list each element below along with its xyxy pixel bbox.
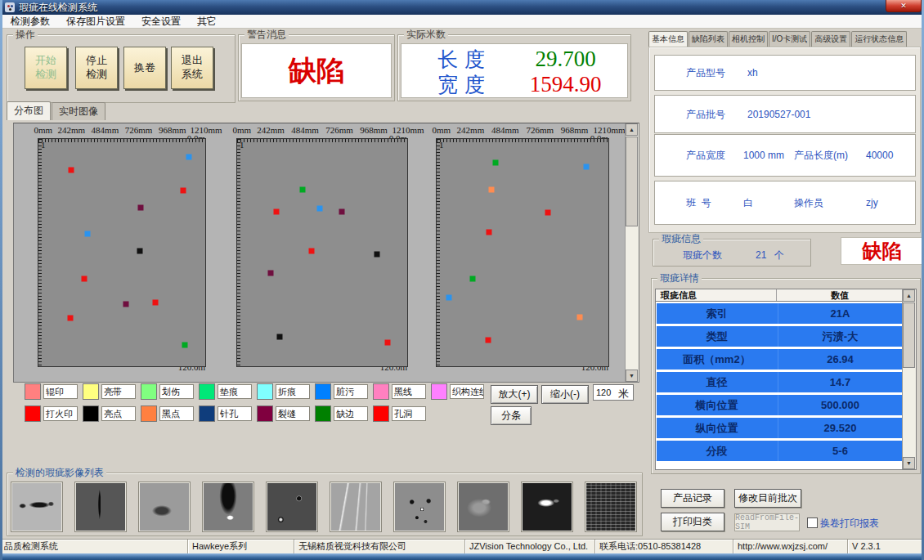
roll-print-checkbox[interactable] (807, 517, 818, 528)
defect-image-8[interactable] (457, 482, 509, 532)
title-bar[interactable]: 瑕疵在线检测系统 ✕ (0, 0, 924, 15)
detail-row-value: 5-6 (778, 441, 902, 461)
defect-point-orange[interactable] (489, 187, 495, 193)
legend-label-黑线: 黑线 (392, 384, 426, 399)
detail-header-value: 数值 (777, 289, 903, 301)
defect-image-9[interactable] (521, 482, 573, 532)
right-tab-2[interactable]: 缺陷列表 (689, 31, 728, 47)
scroll-down-icon[interactable]: ▼ (903, 457, 915, 469)
right-tab-3[interactable]: 相机控制 (729, 31, 768, 47)
defect-image-6[interactable] (330, 482, 382, 532)
detail-row-7[interactable]: 分段5-6 (657, 441, 902, 461)
op-button-3[interactable]: 换卷 (123, 47, 166, 89)
scroll-down-icon[interactable]: ▼ (626, 370, 638, 382)
op-button-2[interactable]: 停止 检测 (75, 47, 118, 89)
op-button-4[interactable]: 退出 系统 (171, 47, 213, 89)
zoom-in-button[interactable]: 放大(+) (491, 385, 538, 404)
legend-swatch-辊印 (25, 383, 41, 400)
defect-point-blue[interactable] (446, 295, 451, 301)
defect-image-7[interactable] (393, 482, 446, 532)
status-cell-5: 联系电话:0510-85381428 (595, 540, 733, 554)
menu-item-4[interactable]: 其它 (189, 15, 225, 29)
legend-label-孔洞: 孔洞 (392, 406, 426, 421)
defect-point-red[interactable] (69, 168, 74, 173)
detail-row-3[interactable]: 面积（mm2）26.94 (657, 349, 902, 370)
close-button[interactable]: ✕ (886, 0, 922, 12)
detail-row-6[interactable]: 纵向位置29.520 (657, 418, 902, 438)
defect-point-red[interactable] (180, 188, 186, 194)
status-cell-3: 无锡精质视觉科技有限公司 (294, 540, 465, 554)
defect-point-green[interactable] (182, 343, 187, 348)
defect-point-blue[interactable] (186, 154, 192, 159)
view-tab-2[interactable]: 实时图像 (52, 102, 105, 120)
detail-table-scrollbar[interactable]: ▲▼ (902, 289, 916, 469)
plot-scrollbar[interactable]: ▲▼ (625, 123, 639, 382)
x-axis-tick-label: 0mm (34, 125, 52, 135)
defect-point-red[interactable] (545, 209, 550, 215)
defect-point-green[interactable] (300, 187, 306, 193)
taskbar[interactable] (0, 553, 924, 560)
split-button[interactable]: 分条 (491, 406, 532, 425)
detail-row-2[interactable]: 类型污渍-大 (657, 326, 902, 347)
print-classify-button[interactable]: 打印归类 (661, 513, 724, 531)
plot-canvas-2[interactable]: 1 (236, 138, 408, 367)
defect-point-black[interactable] (137, 249, 142, 254)
view-tab-1[interactable]: 分布图 (7, 101, 51, 120)
op-button-1[interactable]: 开始 检测 (25, 47, 67, 89)
defect-point-maroon[interactable] (123, 302, 128, 307)
defect-point-maroon[interactable] (339, 208, 344, 214)
defect-image-1[interactable] (11, 482, 63, 532)
defect-point-red[interactable] (153, 300, 159, 306)
menu-item-1[interactable]: 检测参数 (2, 15, 58, 29)
defect-point-red[interactable] (273, 208, 279, 214)
right-tab-4[interactable]: I/O卡测试 (769, 31, 810, 47)
legend-label-亮点: 亮点 (101, 406, 136, 421)
right-tab-5[interactable]: 高级设置 (811, 31, 850, 47)
defect-point-black[interactable] (277, 334, 283, 339)
defect-point-orange[interactable] (576, 314, 582, 320)
defect-point-red[interactable] (487, 230, 492, 235)
defect-image-5[interactable] (266, 482, 318, 532)
detail-row-value: 26.94 (778, 349, 902, 370)
plot-canvas-1[interactable]: 1 (38, 138, 206, 367)
plot-canvas-3[interactable]: 1 (436, 138, 609, 367)
detail-row-1[interactable]: 索引21A (657, 303, 902, 324)
defect-point-black[interactable] (375, 251, 380, 257)
defect-point-green[interactable] (493, 160, 499, 166)
detail-row-5[interactable]: 横向位置500.000 (657, 395, 902, 415)
defect-point-maroon[interactable] (137, 204, 143, 210)
defect-point-red[interactable] (385, 340, 391, 346)
scroll-thumb[interactable] (626, 137, 638, 226)
right-tab-1[interactable]: 基本信息 (648, 31, 688, 47)
defect-point-blue[interactable] (317, 205, 323, 211)
zoom-out-button[interactable]: 缩小(-) (541, 385, 589, 404)
scroll-up-icon[interactable]: ▲ (626, 123, 638, 136)
defect-point-maroon[interactable] (267, 270, 273, 276)
detail-row-label: 纵向位置 (657, 418, 777, 438)
detail-row-4[interactable]: 直径14.7 (657, 372, 902, 392)
defect-point-blue[interactable] (583, 164, 589, 169)
defect-point-blue[interactable] (84, 231, 90, 237)
legend-swatch-裂缝 (257, 405, 273, 422)
menu-item-3[interactable]: 安全设置 (133, 15, 189, 29)
defect-point-red[interactable] (486, 337, 491, 343)
defect-point-green[interactable] (469, 276, 475, 282)
defect-point-red[interactable] (68, 315, 74, 320)
menu-item-2[interactable]: 保存图片设置 (58, 15, 133, 29)
defect-point-red[interactable] (309, 249, 315, 254)
right-tab-6[interactable]: 运行状态信息 (851, 31, 907, 47)
defect-image-10[interactable] (585, 482, 637, 532)
scroll-up-icon[interactable]: ▲ (903, 289, 915, 302)
product-width-value: 1000 mm (743, 150, 784, 161)
detail-row-label: 直径 (657, 372, 777, 392)
defect-point-red[interactable] (81, 276, 87, 282)
shift-label: 班 号 (686, 196, 711, 210)
product-record-button[interactable]: 产品记录 (661, 489, 724, 508)
defect-image-2[interactable] (74, 482, 127, 532)
defect-image-3[interactable] (138, 482, 191, 532)
defect-image-4[interactable] (202, 482, 254, 532)
scroll-thumb[interactable] (903, 302, 915, 368)
roll-print-checkbox-label[interactable]: 换卷打印报表 (820, 517, 879, 531)
x-axis-tick-label: 484mm (291, 125, 319, 135)
modify-batch-button[interactable]: 修改目前批次 (734, 489, 801, 508)
